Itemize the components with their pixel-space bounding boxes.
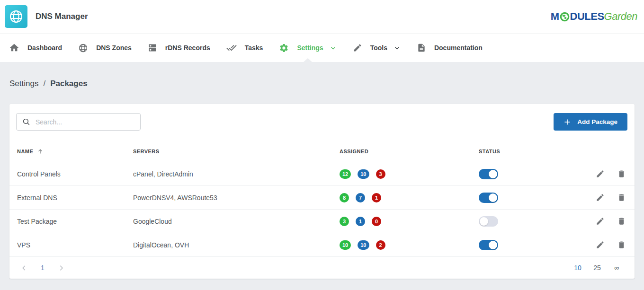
app-logo [5, 5, 27, 28]
assigned-badges: 310 [330, 217, 469, 226]
pencil-icon [596, 193, 605, 202]
modulesgarden-logo: M DULES Garden [551, 10, 637, 23]
gear-icon [279, 43, 289, 53]
globe-icon [9, 9, 24, 24]
dns-icon [148, 43, 157, 53]
breadcrumb: Settings / Packages [9, 79, 635, 88]
status-toggle[interactable] [479, 169, 498, 179]
page-size-option[interactable]: ∞ [613, 264, 620, 272]
assigned-badge-red: 1 [372, 193, 381, 202]
edit-button[interactable] [596, 240, 605, 249]
trash-icon [617, 193, 626, 202]
assigned-badge-green: 3 [340, 217, 349, 226]
breadcrumb-settings[interactable]: Settings [9, 79, 38, 88]
pencil-icon [596, 240, 605, 249]
nav-item-documentation[interactable]: Documentation [409, 34, 491, 62]
assigned-badge-red: 0 [372, 217, 381, 226]
table-row: Control Panels cPanel, DirectAdmin 12103 [9, 162, 635, 186]
chevron-down-icon [330, 44, 337, 52]
assigned-badge-green: 8 [340, 193, 349, 202]
main-nav: Dashboard DNS Zones rDNS Records Tasks S… [0, 33, 644, 62]
table-row: External DNS PowerDNSV4, AWSRoute53 871 [9, 186, 635, 210]
column-header-servers[interactable]: SERVERS [133, 149, 330, 154]
chevron-right-icon[interactable] [57, 264, 65, 272]
trash-icon [617, 217, 626, 226]
assigned-badge-blue: 1 [356, 217, 365, 226]
package-servers: DigitalOcean, OVH [133, 241, 330, 249]
page-number[interactable]: 1 [41, 264, 45, 272]
assigned-badge-blue: 7 [356, 193, 365, 202]
assigned-badge-blue: 10 [358, 169, 369, 179]
status-toggle[interactable] [479, 193, 498, 203]
app-header: DNS Manager M DULES Garden [0, 0, 644, 33]
chevron-down-icon [394, 44, 401, 52]
chevron-left-icon[interactable] [20, 264, 28, 272]
add-package-button[interactable]: Add Package [554, 113, 627, 131]
table-row: Test Package GoogleCloud 310 [9, 210, 635, 233]
plus-icon [564, 118, 571, 126]
nav-item-dashboard[interactable]: Dashboard [1, 34, 70, 62]
page-size-options: 1025∞ [574, 264, 620, 272]
search-box [16, 113, 141, 131]
nav-item-tasks[interactable]: Tasks [218, 34, 271, 62]
package-servers: PowerDNSV4, AWSRoute53 [133, 194, 330, 202]
pencil-icon [596, 169, 605, 178]
brand-globe-icon [560, 12, 570, 22]
page-title: DNS Manager [36, 12, 88, 21]
nav-item-settings[interactable]: Settings [271, 34, 344, 62]
assigned-badge-blue: 10 [358, 240, 369, 250]
done-all-icon [226, 43, 237, 53]
delete-button[interactable] [617, 193, 626, 202]
delete-button[interactable] [617, 217, 626, 226]
breadcrumb-packages: Packages [50, 79, 87, 88]
sort-asc-icon [37, 148, 44, 155]
column-header-status[interactable]: STATUS [469, 149, 578, 154]
delete-button[interactable] [617, 240, 626, 249]
breadcrumb-separator: / [43, 79, 45, 88]
card-toolbar: Add Package [9, 104, 635, 141]
assigned-badges: 12103 [330, 169, 469, 179]
package-servers: GoogleCloud [133, 218, 330, 225]
delete-button[interactable] [617, 169, 626, 178]
page-size-option[interactable]: 10 [574, 264, 581, 272]
assigned-badge-green: 12 [340, 169, 351, 179]
edit-button[interactable] [596, 169, 605, 178]
search-icon [22, 118, 30, 126]
assigned-badges: 871 [330, 193, 469, 202]
search-input[interactable] [36, 118, 135, 126]
package-name: Test Package [17, 218, 133, 225]
package-servers: cPanel, DirectAdmin [133, 170, 330, 178]
main-content: Settings / Packages Ad [0, 79, 644, 279]
edit-button[interactable] [596, 217, 605, 226]
status-toggle[interactable] [479, 240, 498, 250]
pencil-icon [353, 43, 362, 53]
package-name: External DNS [17, 194, 133, 202]
column-header-assigned[interactable]: ASSIGNED [330, 149, 469, 154]
assigned-badge-red: 3 [376, 169, 385, 179]
package-name: Control Panels [17, 170, 133, 178]
brand-text-dules: DULES [570, 10, 604, 23]
home-icon [9, 43, 19, 53]
document-icon [417, 43, 426, 53]
table-body: Control Panels cPanel, DirectAdmin 12103 [9, 162, 635, 257]
packages-card: Add Package NAME SERVERS ASSIGNED STATUS [9, 104, 635, 279]
assigned-badges: 10102 [330, 240, 469, 250]
brand-text-m: M [551, 10, 559, 23]
table-footer: 1 1025∞ [9, 257, 635, 279]
column-header-name[interactable]: NAME [17, 148, 133, 155]
globe-icon [78, 43, 88, 53]
nav-item-tools[interactable]: Tools [345, 34, 409, 62]
status-toggle[interactable] [479, 216, 498, 227]
nav-item-rdns-records[interactable]: rDNS Records [140, 34, 218, 62]
package-name: VPS [17, 241, 133, 249]
assigned-badge-green: 10 [340, 240, 351, 250]
table-header: NAME SERVERS ASSIGNED STATUS [9, 141, 635, 162]
pencil-icon [596, 217, 605, 226]
page-size-option[interactable]: 25 [593, 264, 601, 272]
nav-item-dns-zones[interactable]: DNS Zones [70, 34, 140, 62]
trash-icon [617, 240, 626, 249]
brand-text-garden: Garden [604, 10, 637, 23]
edit-button[interactable] [596, 193, 605, 202]
trash-icon [617, 169, 626, 178]
pager: 1 [20, 264, 65, 272]
